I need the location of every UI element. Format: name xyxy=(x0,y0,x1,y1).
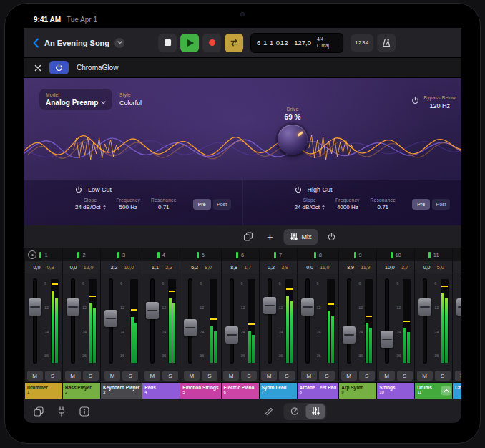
stop-button[interactable] xyxy=(158,34,177,52)
mixer-power-button[interactable] xyxy=(323,229,341,245)
track-name-tile[interactable]: Drums 11 xyxy=(415,383,452,399)
back-icon[interactable] xyxy=(32,38,39,48)
mute-button[interactable]: M xyxy=(379,371,395,381)
high-cut-power-button[interactable] xyxy=(295,186,302,193)
strip-values[interactable]: -8,8 -1,7 xyxy=(222,261,259,273)
solo-button[interactable]: S xyxy=(435,371,451,381)
fader-cap[interactable] xyxy=(418,298,431,316)
strip-values[interactable]: -3,2 -10,0 xyxy=(101,261,142,273)
bypass-power-icon[interactable] xyxy=(411,97,419,104)
mute-button[interactable]: M xyxy=(65,371,81,381)
mute-button[interactable]: M xyxy=(341,371,357,381)
song-menu-chevron-icon[interactable] xyxy=(114,38,124,48)
track-name-tile[interactable]: Emotion Strings 5 xyxy=(180,383,220,399)
mixer-ruler-icon[interactable] xyxy=(28,250,36,259)
solo-button[interactable]: S xyxy=(122,371,138,381)
strip-values[interactable]: 0,0 -12,0 xyxy=(63,261,100,273)
add-track-button[interactable]: + xyxy=(262,229,279,245)
style-selector[interactable]: Style Colorful xyxy=(119,92,142,107)
play-button[interactable] xyxy=(180,34,199,52)
drive-knob[interactable] xyxy=(278,125,308,155)
high-cut-frequency[interactable]: Frequency 4000 Hz xyxy=(335,198,359,210)
strip-values[interactable]: 0,0 xyxy=(453,261,461,273)
fader-cap[interactable] xyxy=(225,326,238,344)
strip-values[interactable]: -10,0 -3,7 xyxy=(377,261,414,273)
track-name-tile[interactable]: Electric Piano 6 xyxy=(222,383,259,399)
track-name-tile[interactable]: Drummer 1 xyxy=(25,383,62,399)
count-in-button[interactable]: 1234 xyxy=(351,34,373,52)
strip-values[interactable]: 0,0 -5,0 xyxy=(415,261,452,273)
solo-button[interactable]: S xyxy=(397,371,413,381)
mix-button[interactable]: Mix xyxy=(284,229,318,245)
track-name-tile[interactable]: Bass Player 2 xyxy=(63,383,100,399)
solo-button[interactable]: S xyxy=(241,371,257,381)
mute-button[interactable]: M xyxy=(261,371,277,381)
low-cut-frequency[interactable]: Frequency 500 Hz xyxy=(117,198,140,210)
plugin-power-button[interactable] xyxy=(49,61,69,74)
mute-button[interactable]: M xyxy=(301,371,317,381)
plugins-icon[interactable] xyxy=(54,404,69,419)
bypass-below-value[interactable]: 120 Hz xyxy=(424,102,456,109)
browser-icon[interactable] xyxy=(31,404,46,419)
solo-button[interactable]: S xyxy=(83,371,99,381)
fader-cap[interactable] xyxy=(146,302,159,319)
solo-button[interactable]: S xyxy=(202,371,217,381)
model-selector[interactable]: Model Analog Preamp xyxy=(39,89,112,110)
mute-button[interactable]: M xyxy=(455,371,461,381)
strip-values[interactable]: 0,0 -11,0 xyxy=(298,261,339,273)
solo-button[interactable]: S xyxy=(279,371,295,381)
mute-button[interactable]: M xyxy=(223,371,239,381)
fader-cap[interactable] xyxy=(301,298,314,316)
high-cut-resonance[interactable]: Resonance 0.71 xyxy=(371,198,396,210)
track-name-tile[interactable]: Arcade…eet Pad 8 xyxy=(298,383,339,399)
fader-cap[interactable] xyxy=(263,297,276,314)
edit-pencil-icon[interactable] xyxy=(262,404,276,419)
mute-button[interactable]: M xyxy=(417,371,433,381)
mixer-view-button[interactable] xyxy=(306,404,325,419)
mute-button[interactable]: M xyxy=(184,371,200,381)
high-cut-post-button[interactable]: Post xyxy=(432,199,450,210)
info-icon[interactable] xyxy=(77,404,92,419)
high-cut-pre-button[interactable]: Pre xyxy=(412,199,430,210)
fader-cap[interactable] xyxy=(104,310,117,327)
duplicate-button[interactable] xyxy=(240,229,257,245)
solo-button[interactable]: S xyxy=(319,371,335,381)
strip-values[interactable]: -6,2 -8,0 xyxy=(180,261,220,273)
low-cut-power-button[interactable] xyxy=(75,186,82,193)
track-name-tile[interactable]: Chorus V xyxy=(453,383,461,399)
fader-cap[interactable] xyxy=(381,331,393,348)
track-name-tile[interactable]: Pads 4 xyxy=(142,383,180,399)
mute-button[interactable]: M xyxy=(144,371,160,381)
fader-cap[interactable] xyxy=(29,298,41,316)
track-name-tile[interactable]: Arp Synth 9 xyxy=(339,383,376,399)
solo-button[interactable]: S xyxy=(45,371,61,381)
fader-cap[interactable] xyxy=(343,326,356,344)
high-cut-slope[interactable]: Slope 24 dB/Oct xyxy=(295,198,325,210)
song-title[interactable]: An Evening Song xyxy=(44,39,109,47)
track-name-tile[interactable]: Synth Lead 7 xyxy=(260,383,297,399)
collapse-chevron-button[interactable] xyxy=(441,386,451,396)
lcd-display[interactable]: 6 1 1 012 127,0 4/4 C maj xyxy=(250,33,343,53)
close-plugin-button[interactable] xyxy=(34,64,41,72)
fader-cap[interactable] xyxy=(67,298,79,316)
low-cut-slope[interactable]: Slope 24 dB/Oct xyxy=(75,198,106,210)
mute-button[interactable]: M xyxy=(104,371,120,381)
controls-view-button[interactable] xyxy=(285,404,305,419)
cycle-button[interactable] xyxy=(225,34,243,52)
fader-cap[interactable] xyxy=(456,298,461,316)
metronome-button[interactable] xyxy=(377,34,396,52)
low-cut-resonance[interactable]: Resonance 0.71 xyxy=(151,198,177,210)
solo-button[interactable]: S xyxy=(359,371,375,381)
track-name-tile[interactable]: Keyboard Player 3 xyxy=(101,383,142,399)
strip-values[interactable]: -8,9 -11,9 xyxy=(339,261,376,273)
low-cut-pre-button[interactable]: Pre xyxy=(193,199,211,210)
low-cut-post-button[interactable]: Post xyxy=(213,199,231,210)
mute-button[interactable]: M xyxy=(27,371,43,381)
track-name-tile[interactable]: Strings 10 xyxy=(377,383,414,399)
strip-values[interactable]: 0,2 -3,9 xyxy=(260,261,297,273)
solo-button[interactable]: S xyxy=(162,371,178,381)
strip-values[interactable]: 0,0 -0,3 xyxy=(25,261,62,273)
strip-values[interactable]: -1,1 -2,3 xyxy=(142,261,180,273)
fader-cap[interactable] xyxy=(184,319,197,336)
record-button[interactable] xyxy=(202,34,221,52)
